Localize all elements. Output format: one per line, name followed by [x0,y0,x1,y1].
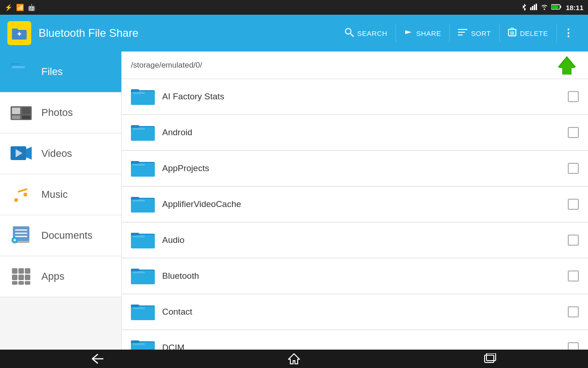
file-name: Contact [162,307,560,317]
android-icon: 🤖 [28,4,35,11]
svg-marker-12 [405,30,412,34]
file-name: Android [162,127,560,138]
file-name: Bluetooth [162,271,560,281]
wifi-status-icon [540,4,548,12]
svg-rect-49 [25,275,30,280]
sidebar-item-files[interactable]: Files [0,52,121,92]
file-checkbox[interactable] [568,235,579,246]
back-button[interactable] [73,351,123,366]
svg-rect-30 [12,115,20,119]
svg-rect-6 [560,6,561,8]
share-label: SHARE [416,29,441,37]
svg-rect-86 [131,340,139,343]
list-item[interactable]: Audio [122,223,588,258]
folder-icon [131,230,155,250]
folder-icon [131,194,155,214]
svg-marker-33 [26,147,32,160]
bluetooth-status-icon [521,3,527,12]
svg-rect-28 [12,108,20,114]
file-checkbox[interactable] [568,199,579,210]
file-name: AppProjects [162,163,560,173]
svg-rect-31 [22,115,30,119]
file-list: AI Factory Stats Android [122,79,588,350]
sidebar-photos-label: Photos [41,107,73,119]
svg-rect-51 [18,281,24,285]
path-bar: /storage/emulated/0/ [122,52,588,79]
toolbar-actions: SEARCH SHARE SORT DELETE ⋮ [336,23,581,43]
sort-button[interactable]: SORT [450,24,499,42]
status-bar-left: ⚡ 📶 🤖 [5,4,35,11]
file-checkbox[interactable] [568,127,579,138]
recents-button[interactable] [465,351,515,366]
svg-rect-74 [131,233,139,236]
folder-icon [131,158,155,178]
svg-rect-71 [133,200,145,201]
svg-line-11 [351,34,353,36]
svg-text:✦: ✦ [17,30,22,38]
delete-icon [508,28,516,39]
svg-rect-82 [131,305,139,307]
battery-icon [551,4,561,11]
sidebar-files-label: Files [41,66,62,78]
search-button[interactable]: SEARCH [336,24,396,43]
svg-rect-63 [133,128,145,130]
file-name: Audio [162,235,560,245]
sidebar-item-videos[interactable]: Videos [0,133,121,174]
status-bar: ⚡ 📶 🤖 18:11 [0,0,588,15]
sidebar-item-music[interactable]: Music [0,174,121,215]
list-item[interactable]: Contact [122,294,588,329]
share-icon [404,28,413,39]
svg-rect-44 [12,268,17,274]
wifi-signal-icon: 📶 [16,4,24,11]
folder-icon [131,122,155,143]
list-item[interactable]: AppProjects [122,151,588,186]
svg-rect-0 [530,7,531,10]
svg-rect-18 [511,28,514,29]
sidebar-apps-label: Apps [41,270,64,282]
sidebar-music-label: Music [41,189,68,201]
list-item[interactable]: Bluetooth [122,259,588,293]
file-checkbox[interactable] [568,342,579,350]
documents-icon [9,224,33,247]
files-icon [9,60,33,84]
list-item[interactable]: Android [122,115,588,150]
more-button[interactable]: ⋮ [557,23,581,43]
navigate-up-button[interactable] [555,53,579,77]
current-path: /storage/emulated/0/ [131,61,555,70]
delete-button[interactable]: DELETE [500,24,557,43]
folder-icon [131,266,155,286]
photos-icon [9,101,33,125]
list-item[interactable]: ApplifierVideoCache [122,187,588,222]
sidebar: Files Photos [0,52,122,350]
svg-rect-50 [12,281,17,285]
svg-rect-7 [552,5,558,8]
file-checkbox[interactable] [568,270,579,282]
svg-rect-29 [22,108,30,114]
svg-rect-58 [131,89,139,92]
svg-rect-87 [133,343,145,345]
svg-rect-52 [25,281,30,285]
search-label: SEARCH [357,29,388,37]
file-checkbox[interactable] [568,91,579,102]
sidebar-item-apps[interactable]: Apps [0,256,121,297]
sort-label: SORT [471,29,491,37]
videos-icon [9,142,33,166]
file-checkbox[interactable] [568,163,579,174]
file-name: DCIM [162,343,560,350]
file-checkbox[interactable] [568,306,579,317]
list-item[interactable]: AI Factory Stats [122,79,588,114]
list-item[interactable]: DCIM [122,330,588,350]
svg-marker-54 [559,58,575,74]
share-button[interactable]: SHARE [396,24,450,42]
sidebar-item-documents[interactable]: Documents [0,215,121,256]
main-content: Files Photos [0,52,588,350]
svg-rect-45 [18,268,24,274]
signal-icon [530,4,537,12]
svg-marker-89 [288,354,300,364]
svg-rect-25 [12,66,25,68]
file-name: ApplifierVideoCache [162,199,560,209]
sidebar-item-photos[interactable]: Photos [0,92,121,133]
svg-rect-83 [133,307,145,309]
apps-icon [9,264,33,288]
home-button[interactable] [269,351,319,367]
